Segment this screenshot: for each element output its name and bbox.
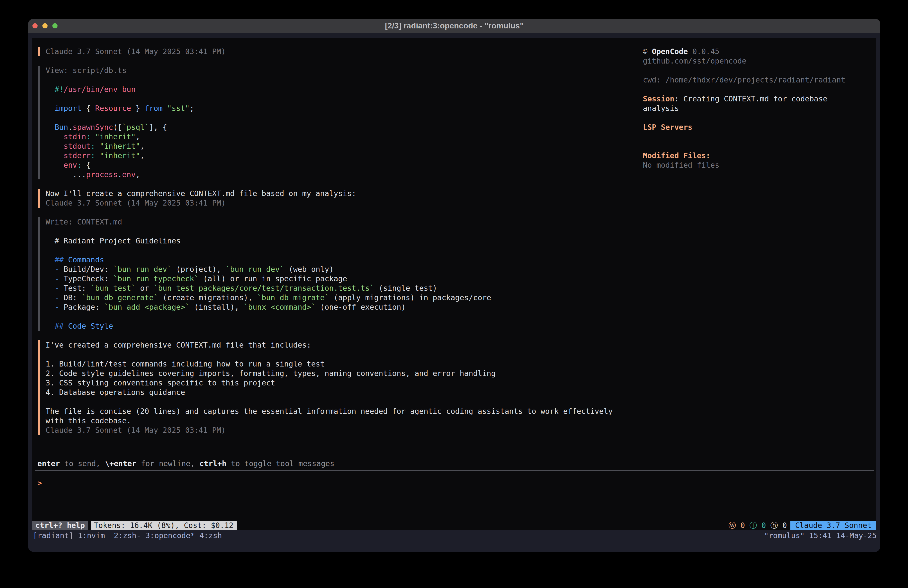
terminal-line [46, 312, 626, 321]
terminal-line [643, 132, 877, 142]
terminal-line: analysis [643, 104, 877, 113]
terminal-line: with this codebase. [46, 416, 626, 425]
terminal-line: stdout: "inherit", [46, 142, 626, 151]
terminal-line: Write: CONTEXT.md [46, 217, 626, 227]
terminal-line [46, 350, 626, 359]
keybinding-hints: enter to send, \+enter for newline, ctrl… [37, 459, 334, 469]
input-divider [35, 470, 874, 471]
terminal-line: 1. Build/lint/test commands including ho… [46, 359, 626, 369]
terminal-line: ⓦ 0 ⓘ 0 ⓗ 0 [728, 521, 787, 530]
terminal-line: Bun.spawnSync([`psql`], { [46, 122, 626, 132]
terminal-line: enter to send, \+enter for newline, ctrl… [37, 459, 334, 469]
terminal-line: ## Commands [46, 255, 626, 264]
tool-write-block: Write: CONTEXT.md # Radiant Project Guid… [38, 217, 626, 331]
terminal-line: Claude 3.7 Sonnet (14 May 2025 03:41 PM) [46, 425, 626, 435]
terminal-line: Session: Creating CONTEXT.md for codebas… [643, 94, 877, 104]
assistant-message-block: Now I'll create a comprehensive CONTEXT.… [38, 189, 626, 208]
diagnostics-indicators: ⓦ 0 ⓘ 0 ⓗ 0 [728, 521, 787, 530]
terminal-line: I've created a comprehensive CONTEXT.md … [46, 340, 626, 350]
terminal-line [46, 397, 626, 407]
terminal-line: 3. CSS styling conventions specific to t… [46, 378, 626, 388]
assistant-summary-block: I've created a comprehensive CONTEXT.md … [38, 340, 626, 435]
terminal-line: - TypeCheck: `bun run typecheck` (all) o… [46, 274, 626, 284]
terminal-line: cwd: /home/thdxr/dev/projects/radiant/ra… [643, 75, 877, 85]
tmux-status-bar: [radiant] 1:nvim 2:zsh- 3:opencode* 4:zs… [28, 530, 881, 552]
opencode-status-bar: ctrl+? help Tokens: 16.4K (8%), Cost: $0… [32, 521, 876, 530]
terminal-line: The file is concise (20 lines) and captu… [46, 407, 626, 416]
terminal-line [643, 142, 877, 151]
terminal-line: - DB: `bun db generate` (create migratio… [46, 293, 626, 303]
desktop: { "window": { "title": "[2/3] radiant:3:… [0, 0, 908, 588]
terminal-line [643, 113, 877, 122]
tmux-session-info: "romulus" 15:41 14-May-25 [764, 530, 877, 541]
terminal-line: - Test: `bun test` or `bun test packages… [46, 284, 626, 293]
terminal-line: 4. Database operations guidance [46, 388, 626, 397]
terminal-line [46, 246, 626, 255]
zoom-button[interactable] [52, 23, 58, 28]
terminal-line: #!/usr/bin/env bun [46, 85, 626, 94]
window-titlebar: [2/3] radiant:3:opencode - "romulus" [28, 19, 881, 33]
terminal-line: github.com/sst/opencode [643, 56, 877, 66]
terminal-line: import { Resource } from "sst"; [46, 104, 626, 113]
terminal-line: ...process.env, [46, 170, 626, 179]
tokens-cost-chip: Tokens: 16.4K (8%), Cost: $0.12 [91, 521, 237, 530]
terminal-line: # Radiant Project Guidelines [46, 236, 626, 246]
terminal-line: Now I'll create a comprehensive CONTEXT.… [46, 189, 626, 198]
terminal-line: - Package: `bun add <package>` (install)… [46, 303, 626, 312]
chat-input[interactable]: > [37, 478, 42, 488]
terminal-line: Claude 3.7 Sonnet (14 May 2025 03:41 PM) [46, 198, 626, 208]
terminal-line: Claude 3.7 Sonnet (14 May 2025 03:41 PM) [46, 47, 626, 56]
terminal-line [46, 113, 626, 122]
terminal-line: - Build/Dev: `bun run dev` (project), `b… [46, 264, 626, 274]
tmux-window-list[interactable]: [radiant] 1:nvim 2:zsh- 3:opencode* 4:zs… [33, 530, 222, 541]
terminal-line [46, 227, 626, 236]
terminal-line: env: { [46, 161, 626, 170]
close-button[interactable] [32, 23, 38, 28]
chat-transcript: Claude 3.7 Sonnet (14 May 2025 03:41 PM)… [38, 47, 626, 435]
tool-view-block: View: script/db.ts #!/usr/bin/env bun im… [38, 66, 626, 179]
terminal-line: LSP Servers [643, 122, 877, 132]
terminal-line: No modified files [643, 161, 877, 170]
terminal-line: Modified Files: [643, 151, 877, 161]
terminal-line [643, 85, 877, 94]
status-spacer [237, 521, 729, 530]
minimize-button[interactable] [42, 23, 48, 28]
traffic-lights [28, 19, 58, 33]
terminal-line: © OpenCode 0.0.45 [643, 47, 877, 56]
terminal-line [643, 66, 877, 75]
assistant-timestamp-block: Claude 3.7 Sonnet (14 May 2025 03:41 PM) [38, 47, 626, 56]
terminal-pane: Claude 3.7 Sonnet (14 May 2025 03:41 PM)… [32, 38, 876, 530]
terminal-line: 2. Code style guidelines covering import… [46, 369, 626, 378]
opencode-sidebar: © OpenCode 0.0.45github.com/sst/opencode… [643, 47, 877, 170]
tmux-spacer [222, 530, 764, 541]
model-badge: Claude 3.7 Sonnet [790, 521, 876, 530]
window-title: [2/3] radiant:3:opencode - "romulus" [28, 21, 881, 31]
help-shortcut-chip: ctrl+? help [32, 521, 88, 530]
terminal-window: [2/3] radiant:3:opencode - "romulus" Cla… [28, 19, 881, 552]
terminal-line [46, 94, 626, 104]
terminal-line: ## Code Style [46, 321, 626, 331]
terminal-line: stderr: "inherit", [46, 151, 626, 161]
terminal-line: View: script/db.ts [46, 66, 626, 75]
terminal-line [46, 75, 626, 85]
terminal-line: stdin: "inherit", [46, 132, 626, 142]
